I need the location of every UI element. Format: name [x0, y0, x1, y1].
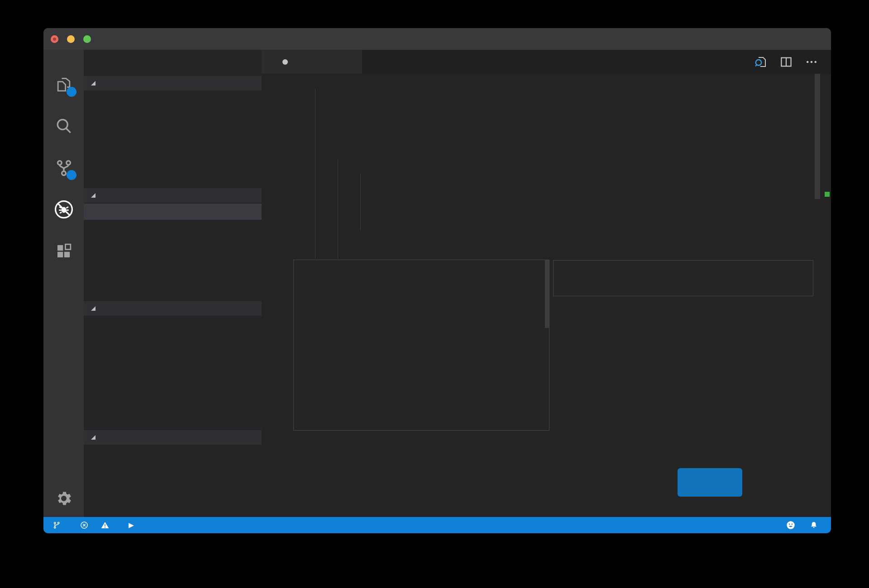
gear-icon: [55, 489, 73, 507]
indent-guide: [338, 160, 338, 259]
twisty-icon: [91, 193, 95, 198]
section-breakpoints[interactable]: [84, 430, 262, 445]
tab-bar: [262, 50, 831, 74]
error-icon: [80, 521, 89, 530]
code-editor[interactable]: [262, 74, 831, 517]
play-icon: ▶: [129, 521, 134, 529]
activity-bar: [43, 50, 84, 517]
overview-warning-marker: [825, 192, 830, 197]
feedback-smiley-icon[interactable]: [786, 520, 796, 530]
title-bar[interactable]: [43, 28, 831, 50]
watch-expression-row[interactable]: [84, 204, 262, 220]
activity-explorer[interactable]: [43, 71, 84, 98]
desktop: ▶: [0, 0, 869, 588]
split-editor-icon[interactable]: [779, 55, 793, 69]
indent-guide: [360, 174, 361, 230]
warning-icon: [100, 521, 110, 530]
twisty-icon: [91, 306, 95, 311]
editor-scrollbar[interactable]: [815, 74, 820, 199]
more-actions-icon[interactable]: [805, 55, 818, 69]
debug-no-bug-icon: [53, 199, 75, 220]
suggest-scrollbar[interactable]: [545, 260, 549, 328]
search-icon: [54, 116, 74, 136]
activity-source-control[interactable]: [43, 155, 84, 181]
open-preview-icon[interactable]: [754, 55, 768, 69]
status-launch[interactable]: ▶: [129, 521, 138, 529]
activity-debug[interactable]: [43, 196, 84, 223]
twisty-icon: [91, 435, 95, 440]
activity-extensions[interactable]: [43, 238, 84, 264]
explorer-badge: [67, 87, 76, 97]
activity-search[interactable]: [43, 113, 84, 139]
section-call-stack[interactable]: [84, 301, 262, 316]
modified-dot-icon[interactable]: [282, 59, 288, 65]
status-branch[interactable]: [53, 521, 64, 530]
activity-manage[interactable]: [43, 485, 84, 512]
suggest-doc-popup: [553, 260, 813, 296]
window-title: [43, 28, 831, 50]
section-watch[interactable]: [84, 188, 262, 203]
vscode-window: ▶: [43, 28, 831, 533]
notifications-bell-icon[interactable]: [809, 520, 818, 530]
add-configuration-button[interactable]: [678, 468, 742, 497]
indent-guide: [315, 89, 315, 259]
debug-sidebar: [84, 50, 262, 517]
twisty-icon: [91, 81, 95, 85]
section-variables[interactable]: [84, 76, 262, 90]
scm-badge: [67, 170, 76, 180]
status-bar: ▶: [43, 517, 831, 533]
status-problems[interactable]: [80, 521, 113, 530]
git-branch-icon: [53, 521, 61, 530]
extensions-icon: [54, 242, 73, 261]
minimap[interactable]: [768, 76, 813, 144]
suggest-widget: [293, 260, 549, 431]
tab-launch-json[interactable]: [262, 50, 362, 74]
